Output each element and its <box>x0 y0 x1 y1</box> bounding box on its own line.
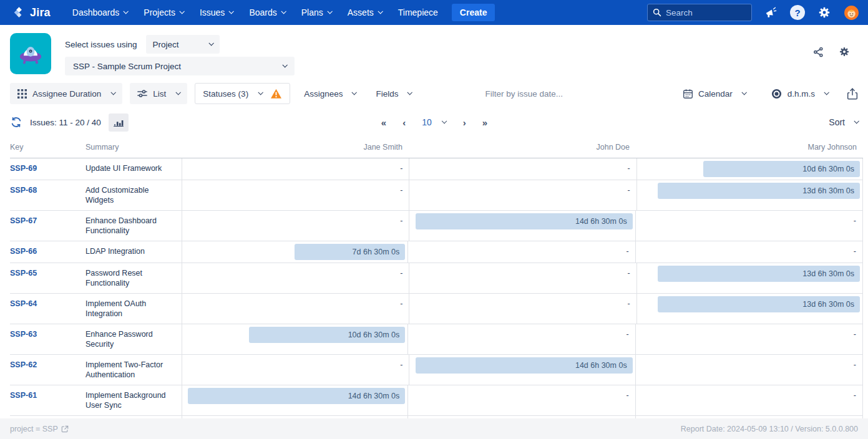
view-label: List <box>153 89 166 99</box>
settings-gear-icon[interactable] <box>816 4 832 21</box>
issue-key-link[interactable]: SSP-69 <box>10 164 37 173</box>
last-page-button[interactable]: » <box>482 117 487 128</box>
chart-view-button[interactable] <box>109 113 129 132</box>
table-row: SSP-63 Enhance Password Security 10d 6h … <box>10 324 863 355</box>
nav-menu-label: Dashboards <box>72 7 120 17</box>
duration-cell: - <box>182 158 409 180</box>
table-header-row: Key Summary Jane Smith John Doe Mary Joh… <box>10 138 863 158</box>
jira-mark-icon <box>12 6 26 19</box>
duration-cell: - <box>409 294 636 324</box>
statuses-dropdown[interactable]: Statuses (3) <box>195 83 290 104</box>
issue-key-link[interactable]: SSP-66 <box>10 247 37 256</box>
issue-summary-cell: Implement Background User Sync <box>85 385 182 415</box>
warning-icon <box>270 89 282 99</box>
issue-source-select[interactable]: Project <box>146 35 220 54</box>
column-header-assignee: Jane Smith <box>182 143 409 152</box>
issue-key-cell: SSP-68 <box>10 180 85 210</box>
fields-dropdown[interactable]: Fields <box>369 83 417 104</box>
nav-menu-item[interactable]: Dashboards <box>64 0 136 25</box>
jira-logo[interactable]: Jira <box>12 6 51 19</box>
nav-menu-item[interactable]: Boards <box>241 0 293 25</box>
duration-cell: 14d 6h 30m 0s <box>409 355 635 385</box>
select-issues-label: Select issues using <box>65 40 137 49</box>
issue-summary-cell: Enhance Password Security <box>85 324 182 354</box>
sort-dropdown[interactable]: Sort <box>829 117 858 127</box>
refresh-icon[interactable] <box>10 116 22 128</box>
duration-cell: 10d 6h 30m 0s <box>636 158 863 180</box>
issue-key-link[interactable]: SSP-67 <box>10 216 37 225</box>
nav-menu-item[interactable]: Projects <box>135 0 192 25</box>
brand-text: Jira <box>30 6 51 19</box>
chevron-down-icon <box>854 118 859 123</box>
assignees-label: Assignees <box>304 89 343 99</box>
nav-menu-item[interactable]: Plans <box>293 0 339 25</box>
chevron-down-icon <box>258 90 263 95</box>
assignees-dropdown[interactable]: Assignees <box>298 83 362 104</box>
first-page-button[interactable]: « <box>381 117 386 128</box>
issue-key-link[interactable]: SSP-65 <box>10 269 37 277</box>
nav-menu-item[interactable]: Issues <box>192 0 241 25</box>
page-size-select[interactable]: 10 <box>422 117 446 127</box>
global-search[interactable] <box>647 4 752 21</box>
search-input[interactable] <box>666 8 746 17</box>
duration-cell: - <box>182 263 409 293</box>
chevron-down-icon <box>111 90 116 95</box>
duration-cell: - <box>407 324 635 354</box>
table-row: SSP-61 Implement Background User Sync 14… <box>10 385 863 416</box>
issue-summary-cell: Add Customizable Widgets <box>85 180 182 210</box>
duration-cell: 13d 6h 30m 0s <box>636 263 863 293</box>
column-header-summary: Summary <box>85 143 182 152</box>
calendar-icon <box>683 89 693 99</box>
table-row: SSP-67 Enhance Dashboard Functionality -… <box>10 211 863 241</box>
units-label: d.h.m.s <box>788 89 815 99</box>
duration-cell: - <box>409 180 636 210</box>
chevron-down-icon <box>352 90 357 95</box>
duration-cell: - <box>635 324 863 354</box>
help-icon[interactable]: ? <box>789 4 806 21</box>
issue-key-cell: SSP-62 <box>10 355 85 385</box>
statuses-label: Statuses (3) <box>203 89 248 99</box>
units-dropdown[interactable]: d.h.m.s <box>764 83 834 104</box>
chevron-down-icon <box>281 9 286 14</box>
calendar-label: Calendar <box>698 89 733 99</box>
calendar-dropdown[interactable]: Calendar <box>676 83 752 104</box>
issue-key-cell: SSP-66 <box>10 241 85 263</box>
issue-key-link[interactable]: SSP-63 <box>10 330 37 339</box>
duration-cell: 7d 6h 30m 0s <box>182 241 407 263</box>
project-select[interactable]: SSP - Sample Scrum Project <box>65 57 295 75</box>
issue-key-link[interactable]: SSP-68 <box>10 186 37 195</box>
export-icon[interactable] <box>847 88 858 100</box>
issue-key-link[interactable]: SSP-62 <box>10 360 37 369</box>
duration-cell: 13d 6h 30m 0s <box>636 294 863 324</box>
user-avatar[interactable] <box>843 4 859 21</box>
nav-menu-item[interactable]: Timepiece <box>390 0 446 25</box>
issue-key-link[interactable]: SSP-61 <box>10 391 37 400</box>
report-type-dropdown[interactable]: Assignee Duration <box>10 83 122 104</box>
column-header-key: Key <box>10 143 85 152</box>
assignee-duration-table: Key Summary Jane Smith John Doe Mary Joh… <box>10 138 863 438</box>
nav-menu-label: Boards <box>249 7 276 17</box>
issue-summary-cell: Implement Two-Factor Authentication <box>85 355 182 385</box>
chevron-down-icon <box>208 41 213 46</box>
view-dropdown[interactable]: List <box>130 83 187 104</box>
issue-key-link[interactable]: SSP-64 <box>10 299 37 308</box>
duration-bar: 14d 6h 30m 0s <box>416 357 633 374</box>
nav-menu-item[interactable]: Assets <box>339 0 390 25</box>
table-row: SSP-65 Password Reset Functionality - - … <box>10 263 863 294</box>
create-button[interactable]: Create <box>452 4 495 21</box>
nav-menu-label: Assets <box>348 7 374 17</box>
report-header: Select issues using Project SSP - Sample… <box>0 25 868 80</box>
next-page-button[interactable]: › <box>463 117 466 128</box>
chevron-down-icon <box>124 9 129 14</box>
duration-cell: - <box>182 211 409 241</box>
search-icon <box>653 8 661 17</box>
prev-page-button[interactable]: ‹ <box>402 117 405 128</box>
jql-query-text: project = SSP <box>10 425 58 433</box>
report-settings-gear-icon[interactable] <box>838 46 851 58</box>
announcements-icon[interactable] <box>763 4 779 21</box>
external-link-icon[interactable] <box>61 425 69 433</box>
chevron-down-icon <box>442 118 447 123</box>
duration-cell: 13d 6h 30m 0s <box>636 180 863 210</box>
issue-date-filter-input[interactable] <box>485 89 603 99</box>
share-icon[interactable] <box>812 46 824 58</box>
